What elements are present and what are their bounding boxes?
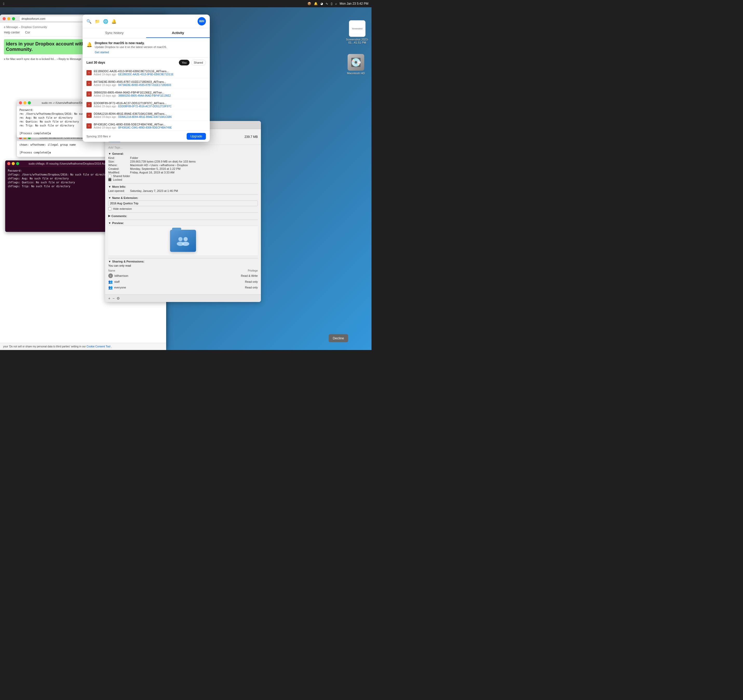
term3-close[interactable] xyxy=(7,162,10,165)
cookie-text: your 'Do not sell or share my personal d… xyxy=(3,345,86,348)
term1-minimize[interactable] xyxy=(24,101,27,104)
dropbox-tabs: Sync history Activity xyxy=(83,28,210,38)
name-extension-title[interactable]: ▼ Name & Extension: xyxy=(108,196,258,200)
activity-link[interactable]: EE1B6DDC-AA2E-4313-9F6D-EB6C8E71D11E xyxy=(118,73,174,76)
wifi-icon[interactable]: ∿ xyxy=(326,2,328,6)
menubar-right: 📦 🔔 ◕ ∿ ▯ ⌕ Mon Jan 23 5:42 PM xyxy=(307,2,369,6)
search-icon[interactable]: 🔍 xyxy=(86,19,92,24)
permissions-table: Name Privilege b billharrison xyxy=(108,269,258,290)
remove-permission-button[interactable]: − xyxy=(112,296,114,300)
locked-checkbox[interactable] xyxy=(108,178,111,181)
general-section-title[interactable]: ▼ General: xyxy=(108,152,258,155)
term1-close[interactable] xyxy=(19,101,22,104)
col-privilege: Privilege xyxy=(189,269,258,272)
dropbox-menubar-icon[interactable]: 📦 xyxy=(307,2,311,6)
finder-body: ▼ General: Kind: Folder Size: 239,663,73… xyxy=(105,150,261,295)
term3-maximize[interactable] xyxy=(16,162,19,165)
macintosh-hd-icon[interactable]: 💽 Macintosh HD xyxy=(346,54,366,75)
hd-icon-img: 💽 xyxy=(348,54,364,71)
cookie-notice: your 'Do not sell or share my personal d… xyxy=(0,343,166,350)
activity-link[interactable]: DD8A1218-8D94-4B1E-B9AE-636710A1C686 xyxy=(118,115,172,118)
activity-filename: EDD08F89-0F72-4516-AC37-DD512719F97C_All… xyxy=(94,102,206,105)
hide-extension-checkbox[interactable] xyxy=(108,207,111,210)
user-cell: b billharrison xyxy=(108,272,189,279)
activity-filename: 38B60250-8805-49AA-96AD-FBF4F1E136E2_All… xyxy=(94,91,206,94)
cookie-consent-link[interactable]: Cookie Consent Tool xyxy=(86,345,110,348)
activity-meta: Added 19 days ago · EE1B6DDC-AA2E-4313-9… xyxy=(94,73,206,76)
close-button[interactable] xyxy=(3,17,6,20)
menubar-left:  xyxy=(3,2,4,6)
sharing-title[interactable]: ▼ Sharing & Permissions: xyxy=(108,260,258,263)
where-row: Where: Macintosh HD › Users › wfhathome … xyxy=(108,164,258,167)
file-icon: ≡ xyxy=(86,102,92,107)
col-name: Name xyxy=(108,269,189,272)
bell-icon[interactable]: 🔔 xyxy=(111,19,117,24)
desktop: Screenshot Screenshot 2023-01...41.51 PM… xyxy=(0,7,372,350)
divider-2 xyxy=(108,194,258,195)
menubar:  📦 🔔 ◕ ∿ ▯ ⌕ Mon Jan 23 5:42 PM xyxy=(0,0,372,7)
folder-icon[interactable]: 📁 xyxy=(95,19,100,24)
activity-filename: BF43818C-C841-489D-8308-5DECF4BA749E_All… xyxy=(94,123,206,126)
tab-sync-history[interactable]: Sync history xyxy=(83,28,146,38)
globe-icon[interactable]: 🌐 xyxy=(103,19,108,24)
activity-info: BF43818C-C841-489D-8308-5DECF4BA749E_All… xyxy=(94,123,206,129)
privilege-cell: Read only xyxy=(189,279,258,284)
nav-help-center[interactable]: Help center xyxy=(4,31,20,34)
activity-info: 38B60250-8805-49AA-96AD-FBF4F1E136E2_All… xyxy=(94,91,206,97)
bluetooth-icon[interactable]: ◕ xyxy=(320,2,323,6)
finder-tags-row[interactable]: Add Tags... xyxy=(105,145,261,150)
comments-title[interactable]: ▶ Comments: xyxy=(108,214,258,218)
minimize-button[interactable] xyxy=(7,17,10,20)
file-icon: ≡ xyxy=(86,92,92,96)
activity-link[interactable]: BF43818C-C841-489D-8308-5DECF4BA749E xyxy=(118,126,172,129)
modified-row: Modified: Friday, August 16, 2019 at 3:3… xyxy=(108,171,258,174)
size-row: Size: 239,663,739 bytes (239.9 MB on dis… xyxy=(108,160,258,163)
preview-title[interactable]: ▼ Preview: xyxy=(108,222,258,225)
sync-status[interactable]: Syncing 103 files ∨ xyxy=(86,135,111,138)
folder-name-input[interactable] xyxy=(110,202,256,205)
term3-minimize[interactable] xyxy=(12,162,15,165)
term1-maximize[interactable] xyxy=(28,101,31,104)
add-permission-button[interactable]: + xyxy=(108,296,110,300)
activity-info: EDD08F89-0F72-4516-AC37-DD512719F97C_All… xyxy=(94,102,206,108)
tab-activity[interactable]: Activity xyxy=(146,28,210,38)
decline-button[interactable]: Decline xyxy=(329,334,348,342)
group-icon: 👥 xyxy=(108,280,112,284)
apple-icon[interactable]:  xyxy=(3,2,4,6)
name-extension-section: ▼ Name & Extension: Hide extension xyxy=(108,196,258,210)
activity-link[interactable]: EDD08F89-0F72-4516-AC37-DD512719F97C xyxy=(118,105,172,108)
more-info-title[interactable]: ▼ More Info: xyxy=(108,185,258,188)
modified-value: Friday, August 16, 2019 at 3:33 AM xyxy=(130,171,175,174)
notif-cta[interactable]: Get started xyxy=(95,50,109,54)
activity-link[interactable]: 38B60250-8805-49AA-96AD-FBF4F1E136E2 xyxy=(118,94,171,97)
table-row: 👥 everyone Read only xyxy=(108,284,258,290)
gear-icon[interactable]: ⚙ xyxy=(117,296,120,300)
kind-row: Kind: Folder xyxy=(108,156,258,160)
upgrade-button[interactable]: Upgrade xyxy=(186,133,206,140)
activity-link[interactable]: 8473AE8E-B09D-4565-87B7-01EE171BD603 xyxy=(118,84,171,86)
folder-preview xyxy=(108,226,258,256)
add-tags-placeholder[interactable]: Add Tags... xyxy=(108,146,123,149)
maximize-button[interactable] xyxy=(12,17,15,20)
battery-icon[interactable]: ▯ xyxy=(331,2,333,6)
svg-point-2 xyxy=(178,237,182,241)
list-item: ≡ BF43818C-C841-489D-8308-5DECF4BA749E_A… xyxy=(83,121,210,132)
activity-meta: Added 19 days ago · 38B60250-8805-49AA-9… xyxy=(94,94,206,97)
shared-folder-checkbox[interactable] xyxy=(108,175,111,178)
filter-period: Last 30 days xyxy=(86,61,105,64)
filter-you-button[interactable]: You xyxy=(179,60,189,65)
filter-row: Last 30 days You Shared xyxy=(83,58,210,68)
search-icon[interactable]: ⌕ xyxy=(335,2,337,6)
nav-cor[interactable]: Cor xyxy=(25,31,30,34)
activity-filename: 8473AE8E-B09D-4565-87B7-01EE171BD603_All… xyxy=(94,80,206,83)
group-icon: 👥 xyxy=(108,286,112,290)
notifications-icon[interactable]: 🔔 xyxy=(314,2,318,6)
user-avatar[interactable]: WH xyxy=(198,17,206,25)
perm-user-staff: 👥 staff xyxy=(108,280,189,284)
created-key: Created: xyxy=(108,167,129,170)
filter-shared-button[interactable]: Shared xyxy=(191,60,206,65)
screenshot-thumbnail: Screenshot xyxy=(349,20,366,37)
screenshot-desktop-icon[interactable]: Screenshot Screenshot 2023-01...41.51 PM xyxy=(346,20,369,44)
list-item: ≡ DD8A1218-8D94-4B1E-B9AE-636710A1C686_A… xyxy=(83,110,210,121)
divider xyxy=(108,183,258,184)
